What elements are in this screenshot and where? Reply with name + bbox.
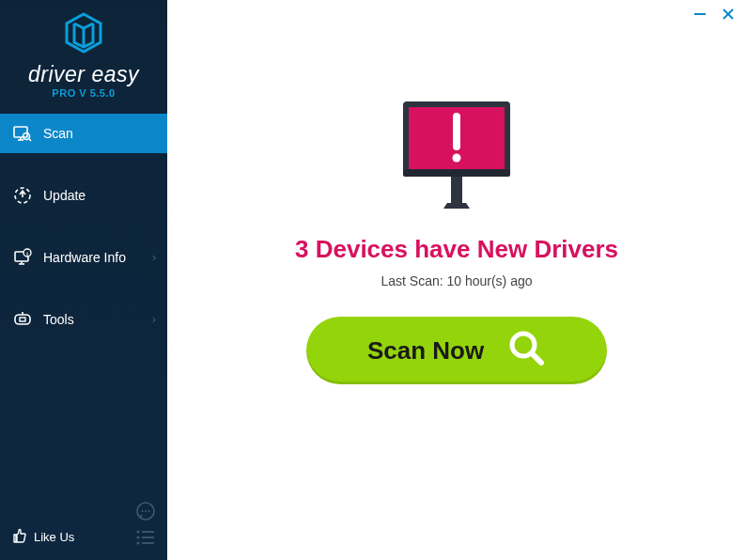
sidebar-item-label: Scan xyxy=(43,126,73,141)
scan-icon xyxy=(13,124,32,143)
svg-point-20 xyxy=(145,510,147,512)
chevron-right-icon: › xyxy=(152,313,156,326)
app-title: driver easy xyxy=(0,62,167,87)
sidebar-item-hardware-info[interactable]: i Hardware Info › xyxy=(0,238,167,277)
svg-rect-34 xyxy=(403,169,510,177)
search-icon xyxy=(506,328,546,374)
scan-now-button[interactable]: Scan Now xyxy=(306,317,607,384)
scan-button-label: Scan Now xyxy=(367,336,484,366)
like-us-label: Like Us xyxy=(34,530,74,544)
sidebar-item-label: Tools xyxy=(43,312,74,327)
sidebar-footer: Like Us xyxy=(0,491,167,560)
tools-icon xyxy=(13,310,32,329)
svg-line-38 xyxy=(532,353,541,363)
svg-point-21 xyxy=(148,510,150,512)
svg-point-24 xyxy=(137,536,140,538)
sidebar-item-update[interactable]: Update xyxy=(0,176,167,215)
minimize-button[interactable] xyxy=(693,8,707,24)
sidebar-item-label: Hardware Info xyxy=(43,250,126,265)
sidebar-item-tools[interactable]: Tools › xyxy=(0,300,167,339)
svg-rect-4 xyxy=(14,127,27,137)
svg-rect-15 xyxy=(15,315,30,324)
monitor-illustration xyxy=(396,98,518,209)
like-us-button[interactable]: Like Us xyxy=(11,527,74,547)
svg-line-8 xyxy=(29,139,31,141)
main-content: 3 Devices have New Drivers Last Scan: 10… xyxy=(167,0,746,560)
close-button[interactable] xyxy=(722,8,735,24)
window-controls xyxy=(693,8,735,24)
svg-rect-16 xyxy=(20,318,25,321)
chat-icon[interactable] xyxy=(135,501,156,521)
svg-point-36 xyxy=(453,154,461,163)
svg-point-26 xyxy=(137,541,140,544)
svg-point-7 xyxy=(23,133,30,140)
sidebar-item-label: Update xyxy=(43,188,85,203)
sidebar-item-scan[interactable]: Scan xyxy=(0,114,167,153)
logo-icon xyxy=(62,11,105,58)
hardware-info-icon: i xyxy=(13,248,32,267)
thumbs-up-icon xyxy=(11,527,28,547)
app-version: PRO V 5.5.0 xyxy=(0,87,167,99)
logo-area: driver easy PRO V 5.5.0 xyxy=(0,0,167,108)
menu-icon[interactable] xyxy=(135,529,156,546)
update-icon xyxy=(13,186,32,205)
status-headline: 3 Devices have New Drivers xyxy=(295,235,618,264)
svg-point-22 xyxy=(137,530,140,533)
svg-rect-33 xyxy=(451,175,462,203)
last-scan-text: Last Scan: 10 hour(s) ago xyxy=(381,273,532,288)
svg-point-19 xyxy=(142,510,144,512)
chevron-right-icon: › xyxy=(152,251,156,264)
nav: Scan Update i Hardware Inf xyxy=(0,114,167,362)
sidebar: driver easy PRO V 5.5.0 Scan xyxy=(0,0,167,560)
